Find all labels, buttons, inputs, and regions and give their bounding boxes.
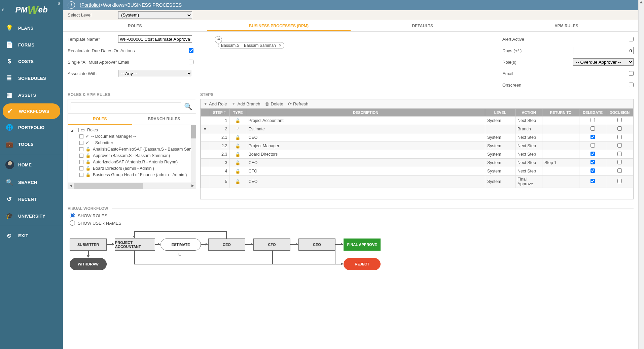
- onscreen-checkbox[interactable]: [629, 83, 634, 87]
- breadcrumb-portfolio[interactable]: (Portfolio): [80, 2, 100, 8]
- sidebar-item-workflows[interactable]: ✔WORKFLOWS: [3, 103, 60, 119]
- table-row[interactable]: 4🔓CFOSystemNext Step: [201, 167, 633, 176]
- users-chips-box[interactable]: ••• Bassam.S Bassam Samman ×: [216, 40, 340, 76]
- tree-item[interactable]: 🔒Approver (Bassam.S - Bassam Samman): [69, 152, 194, 159]
- docusign-checkbox[interactable]: [617, 152, 622, 156]
- sidebar-item-portfolio[interactable]: 🌐PORTFOLIO: [0, 119, 63, 136]
- info-icon[interactable]: i: [68, 1, 75, 9]
- tab-apm-rules[interactable]: APM RULES: [495, 20, 639, 31]
- node-reject[interactable]: REJECT: [344, 258, 381, 270]
- col-type[interactable]: TYPE: [229, 109, 246, 117]
- show-roles-radio[interactable]: SHOW ROLES: [70, 213, 632, 218]
- col-level[interactable]: LEVEL: [485, 109, 515, 117]
- col-action[interactable]: ACTION: [515, 109, 542, 117]
- sidebar-item-university[interactable]: 🎓UNIVERSITY: [0, 208, 63, 224]
- tree-item[interactable]: 🔒AutorizacionSAF (Antonio.R - Antonio Re…: [69, 159, 194, 165]
- sidebar-item-forms[interactable]: 📄FORMS: [0, 36, 63, 53]
- breadcrumb-workflows[interactable]: Workflows: [103, 2, 124, 8]
- tree-checkbox[interactable]: [79, 141, 83, 145]
- recalc-checkbox[interactable]: [189, 48, 193, 53]
- days-input[interactable]: [573, 47, 634, 54]
- tree-checkbox[interactable]: [79, 134, 83, 138]
- collapse-chevron-icon[interactable]: ‹: [2, 6, 4, 13]
- table-row[interactable]: ▼2⑂EstimateBranch: [201, 125, 633, 133]
- sidebar-item-assets[interactable]: ▦ASSETS: [0, 87, 63, 103]
- col-description[interactable]: DESCRIPTION: [246, 109, 485, 117]
- expand-toggle[interactable]: ▼: [201, 125, 209, 133]
- ellipsis-menu-icon[interactable]: •••: [215, 36, 222, 43]
- delegate-checkbox[interactable]: [591, 118, 595, 122]
- user-chip[interactable]: Bassam.S Bassam Samman ×: [218, 42, 284, 49]
- roles-dropdown[interactable]: -- Overdue Approver --: [573, 58, 634, 66]
- tree-checkbox[interactable]: [75, 128, 79, 132]
- associate-dropdown[interactable]: -- Any --: [118, 70, 192, 77]
- tab-bpm[interactable]: BUSINESS PROCESSES (BPM): [207, 20, 351, 31]
- node-final-approve[interactable]: FINAL APPROVE: [344, 239, 381, 251]
- tree-checkbox[interactable]: [79, 166, 83, 170]
- email-checkbox[interactable]: [629, 71, 634, 76]
- tab-defaults[interactable]: DEFAULTS: [351, 20, 495, 31]
- delegate-checkbox[interactable]: [591, 152, 595, 156]
- refresh-button[interactable]: ⟳Refresh: [288, 101, 309, 106]
- docusign-checkbox[interactable]: [617, 118, 622, 122]
- table-row[interactable]: 5🔓CEOSystemFinal Approve: [201, 176, 633, 188]
- sidebar-item-exit[interactable]: ⎋EXIT: [0, 227, 63, 244]
- sidebar-item-recent[interactable]: ↺RECENT: [0, 191, 63, 208]
- tree-checkbox[interactable]: [79, 154, 83, 158]
- table-row[interactable]: 2.1🔓CEOSystemNext Step: [201, 133, 633, 142]
- chip-remove-icon[interactable]: ×: [279, 43, 281, 48]
- table-row[interactable]: 2.3🔓Board DirectorsSystemNext Step: [201, 150, 633, 159]
- subtab-branch-rules[interactable]: BRANCH RULES: [132, 114, 196, 125]
- docusign-checkbox[interactable]: [617, 179, 622, 183]
- tree-checkbox[interactable]: [79, 173, 83, 177]
- sidebar-item-schedules[interactable]: ≣SCHEDULES: [0, 70, 63, 87]
- sidebar-item-plans[interactable]: 💡PLANS: [0, 20, 63, 36]
- single-approve-checkbox[interactable]: [189, 60, 193, 64]
- expand-icon[interactable]: ◢: [71, 128, 73, 132]
- tab-roles[interactable]: ROLES: [63, 20, 207, 31]
- node-ceo-1[interactable]: CEO: [208, 239, 245, 251]
- show-users-radio[interactable]: SHOW USER NAMES: [70, 220, 632, 226]
- docusign-checkbox[interactable]: [617, 126, 622, 131]
- sidebar-item-tools[interactable]: 💼TOOLS: [0, 136, 63, 153]
- col-docusign[interactable]: DOCUSIGN: [606, 109, 633, 117]
- delegate-checkbox[interactable]: [591, 135, 595, 139]
- hscroll-left[interactable]: ◀: [68, 183, 74, 189]
- page-scrollbar[interactable]: [638, 0, 644, 349]
- delegate-checkbox[interactable]: [591, 126, 595, 131]
- col-return[interactable]: RETURN TO: [542, 109, 579, 117]
- node-ceo-2[interactable]: CEO: [298, 239, 335, 251]
- hscroll-track[interactable]: [74, 183, 190, 189]
- add-branch-button[interactable]: ＋Add Branch: [231, 101, 260, 107]
- node-project-accountant[interactable]: PROJECT ACCOUNTANT: [115, 239, 155, 251]
- docusign-checkbox[interactable]: [617, 143, 622, 148]
- template-name-input[interactable]: [118, 35, 192, 43]
- sidebar-item-costs[interactable]: $COSTS: [0, 53, 63, 70]
- alert-active-checkbox[interactable]: [629, 37, 634, 41]
- delegate-checkbox[interactable]: [591, 168, 595, 173]
- delete-button[interactable]: 🗑Delete: [265, 101, 283, 106]
- tree-scrollbar[interactable]: [191, 125, 196, 183]
- docusign-checkbox[interactable]: [617, 168, 622, 173]
- sidebar-item-search[interactable]: 🔍SEARCH: [0, 174, 63, 191]
- roles-search-input[interactable]: [71, 102, 181, 110]
- tree-root[interactable]: ◢ 🗀 Roles: [69, 127, 194, 133]
- col-delegate[interactable]: DELEGATE: [579, 109, 606, 117]
- docusign-checkbox[interactable]: [617, 160, 622, 164]
- select-level-dropdown[interactable]: (System): [118, 11, 192, 19]
- node-withdraw[interactable]: WITHDRAW: [70, 258, 107, 270]
- tree-checkbox[interactable]: [79, 160, 83, 164]
- col-step[interactable]: STEP #: [209, 109, 229, 117]
- docusign-checkbox[interactable]: [617, 135, 622, 139]
- table-row[interactable]: 2.2🔓Project ManagerSystemNext Step: [201, 142, 633, 150]
- table-row[interactable]: 3🔓CEOSystemNext StepStep 1: [201, 159, 633, 167]
- delegate-checkbox[interactable]: [591, 160, 595, 164]
- roles-search-button[interactable]: 🔍: [183, 102, 193, 111]
- delegate-checkbox[interactable]: [591, 143, 595, 148]
- subtab-roles[interactable]: ROLES: [68, 114, 132, 125]
- node-estimate[interactable]: ESTIMATE: [160, 239, 201, 251]
- sidebar-item-home[interactable]: HOME: [0, 156, 63, 174]
- tree-checkbox[interactable]: [79, 147, 83, 151]
- node-cfo[interactable]: CFO: [253, 239, 290, 251]
- tree-item[interactable]: 🔒Board Directors (admin - Admin ): [69, 165, 194, 171]
